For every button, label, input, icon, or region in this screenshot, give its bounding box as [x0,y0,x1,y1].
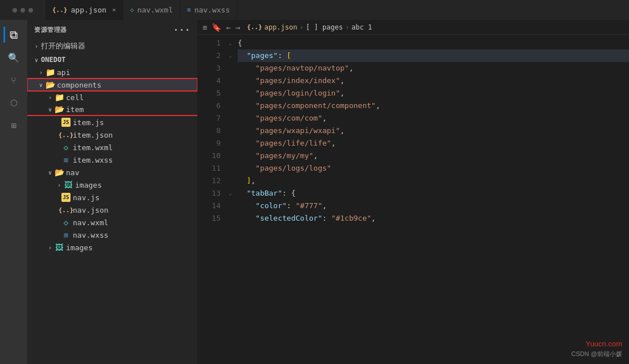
breadcrumb-filename: app.json [264,23,297,31]
close-icon[interactable]: × [112,6,116,14]
code-line-6: "pages/component/component", [238,100,629,112]
folder-open-icon: 📂 [55,105,64,114]
tab-label: nav.wxml [137,6,173,14]
fold-arrow-6 [225,100,235,112]
folder-open-icon: 📂 [45,80,55,89]
watermark-yuucn: Yuucn.com [586,340,622,348]
tree-item-item-js[interactable]: JS item.js [27,116,197,129]
file-label-nav-json: nav.json [73,206,109,214]
json-file-icon: {..} [61,205,71,214]
fold-arrow-14 [225,200,235,212]
watermark-csdn: CSDN @前端小媛 [572,349,622,358]
project-section: ∨ ONEDOT › 📁 api ∨ 📂 components › [27,53,197,254]
editor-area: ≡ 🔖 ← → {..} app.json › [ ] pages › abc … [198,20,629,364]
extensions-activity-icon[interactable]: ⊞ [3,115,24,136]
tree-item-nav-wxml[interactable]: ◇ nav.wxml [27,216,197,229]
tab-nav-wxml[interactable]: ◇ nav.wxml [123,0,180,20]
bookmark-icon[interactable]: 🔖 [212,23,221,32]
code-line-11: "pages/logs/logs" [238,162,629,175]
fold-arrow-4 [225,75,235,87]
fold-arrow-9 [225,137,235,150]
chevron-down-icon: ∨ [45,169,55,176]
tab-nav-wxss[interactable]: ≡ nav.wxss [180,0,237,20]
chevron-right-icon: › [45,245,55,251]
open-editors-header[interactable]: › 打开的编辑器 [27,40,197,52]
fold-arrows: ⌄ ⌄ ⌄ [225,35,235,364]
breadcrumb-index: abc 1 [351,23,372,31]
fold-arrow-2[interactable]: ⌄ [225,49,235,62]
tree-item-nav-json[interactable]: {..} nav.json [27,204,197,216]
wxss-file-icon: ≡ [61,230,71,239]
folder-label-root-images: images [66,243,93,252]
file-label-nav-wxss: nav.wxss [73,231,109,239]
back-icon[interactable]: ← [226,23,230,32]
tree-item-item-wxml[interactable]: ◇ item.wxml [27,141,197,154]
project-name: ONEDOT [41,56,65,64]
tree-item-item-wxss[interactable]: ≡ item.wxss [27,154,197,166]
tree-item-nav-js[interactable]: JS nav.js [27,191,197,204]
tree-item-nav-images[interactable]: › 🖼 images [27,179,197,191]
tree-item-root-images[interactable]: › 🖼 images [27,241,197,254]
tree-item-components[interactable]: ∨ 📂 components [27,78,197,91]
project-header[interactable]: ∨ ONEDOT [27,53,197,66]
json-file-icon: {..} [61,130,71,139]
forward-icon[interactable]: → [235,23,240,32]
debug-icon: ⬡ [10,98,18,108]
breadcrumb: ≡ 🔖 ← → {..} app.json › [ ] pages › abc … [198,20,629,35]
images-folder-icon: 🖼 [64,180,73,189]
js-file-icon: JS [61,193,71,202]
fold-arrow-13[interactable]: ⌄ [225,187,235,200]
code-line-9: "pages/life/life", [238,137,629,150]
open-editors-label: 打开的编辑器 [41,41,85,51]
tab-label: nav.wxss [195,6,230,14]
git-activity-icon[interactable]: ⑂ [3,70,24,90]
debug-activity-icon[interactable]: ⬡ [3,93,24,113]
tree-item-nav-wxss[interactable]: ≡ nav.wxss [27,229,197,241]
breadcrumb-sep1: › [300,23,304,31]
folder-label-api: api [57,68,70,77]
code-line-7: "pages/com/com", [238,112,629,125]
folder-icon: 📁 [45,68,55,77]
js-file-icon: JS [61,118,71,127]
wxss-file-icon: ≡ [61,155,71,164]
folder-label-nav: nav [66,168,79,177]
code-line-3: "pages/navtop/navtop", [238,62,629,75]
tab-app-json[interactable]: {..} app.json × [45,0,123,20]
search-icon: 🔍 [8,52,19,63]
fold-arrow-12 [225,175,235,187]
active-indicator [3,27,5,43]
chevron-right-icon: › [32,43,41,49]
main-area: ⧉ 🔍 ⑂ ⬡ ⊞ 资源管理器 ··· › 打开的编辑器 [0,20,629,364]
search-activity-icon[interactable]: 🔍 [3,47,24,68]
folder-open-icon: 📂 [55,168,64,177]
wxss-tab-icon: ≡ [187,6,191,14]
files-icon: ⧉ [10,28,18,42]
extensions-icon: ⊞ [11,121,16,131]
file-label-item-wxml: item.wxml [73,143,113,152]
files-activity-icon[interactable]: ⧉ [3,24,24,45]
chevron-down-icon: ∨ [32,57,41,63]
folder-label-item: item [66,105,84,114]
tree-item-cell[interactable]: › 📁 cell [27,91,197,104]
fold-arrow-10 [225,150,235,162]
fold-arrow-8 [225,125,235,137]
sidebar-more-icon[interactable]: ··· [173,24,191,35]
wxml-tab-icon: ◇ [130,6,134,14]
file-label-nav-wxml: nav.wxml [73,218,109,227]
folder-label-cell: cell [66,93,84,102]
sidebar-tree: › 打开的编辑器 ∨ ONEDOT › 📁 api ∨ [27,40,197,364]
code-line-4: "pages/index/index", [238,75,629,87]
wxml-file-icon: ◇ [61,218,71,227]
tree-item-api[interactable]: › 📁 api [27,66,197,78]
fold-arrow-1[interactable]: ⌄ [225,37,235,49]
file-label-item-wxss: item.wxss [73,156,113,164]
dot3 [28,8,33,13]
list-icon[interactable]: ≡ [202,23,207,32]
tree-item-item[interactable]: ∨ 📂 item [27,104,197,116]
code-line-13: "tabBar": { [238,187,629,200]
file-label-item-js: item.js [73,118,104,127]
folder-label-components: components [57,81,101,89]
tree-item-nav[interactable]: ∨ 📂 nav [27,166,197,179]
folder-icon: 📁 [55,93,64,102]
tree-item-item-json[interactable]: {..} item.json [27,129,197,141]
